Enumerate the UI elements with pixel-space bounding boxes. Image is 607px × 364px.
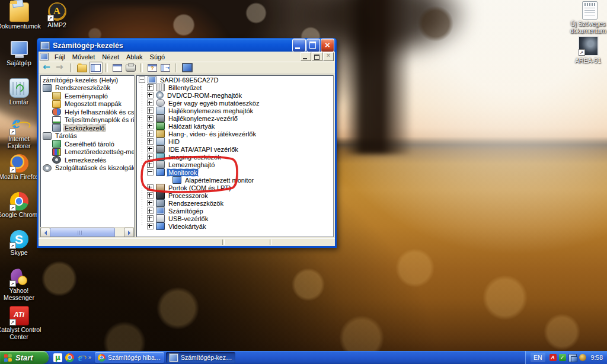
ati-tray-icon[interactable] (550, 354, 557, 361)
expand-toggle[interactable] (147, 223, 154, 229)
console-tree-item[interactable]: Szolgáltatások és kiszolgálói alkalmazás… (40, 164, 134, 173)
desktop-icon[interactable]: ↗ Skype (1, 230, 37, 268)
device-tree-item[interactable]: Monitorok (136, 168, 333, 176)
toolbar-button[interactable] (180, 62, 194, 74)
title-bar[interactable]: Számítógép-kezelés (37, 38, 337, 52)
device-tree-item[interactable]: Számítógép (136, 207, 333, 215)
toolbar-button[interactable] (111, 62, 124, 74)
console-tree-item[interactable]: zámítógép-kezelés (Helyi) (40, 76, 134, 84)
expand-toggle[interactable] (147, 207, 154, 214)
toolbar-button[interactable] (89, 62, 103, 74)
expand-toggle[interactable] (147, 138, 154, 145)
mdi-restore-button[interactable] (312, 52, 322, 61)
mdi-minimize-button[interactable] (301, 52, 311, 61)
horizontal-scrollbar[interactable] (40, 227, 134, 237)
expand-toggle[interactable] (147, 200, 154, 206)
device-tree-item[interactable]: Videokártyák (136, 222, 333, 230)
console-tree-item[interactable]: Tárolás (40, 132, 134, 141)
toolbar-button[interactable] (41, 62, 54, 74)
desktop-icon[interactable]: ↗ Internet Explorer (1, 116, 37, 154)
antivirus-check-icon[interactable] (559, 354, 566, 361)
scroll-right-button[interactable] (124, 228, 134, 237)
console-tree-item[interactable]: Lemezkezelés (40, 156, 134, 164)
quick-launch-overflow-chevron[interactable]: » (88, 355, 91, 360)
desktop-icon[interactable]: ↗ Dokumentumok (1, 2, 37, 40)
expand-toggle[interactable] (147, 146, 154, 152)
device-tree-item[interactable]: Alapértelmezett monitor (136, 176, 333, 184)
taskbar-window-button[interactable]: Számítógép hiba, de ... (95, 352, 164, 363)
expand-toggle[interactable] (147, 100, 154, 106)
network-tray-icon[interactable] (568, 354, 577, 362)
desktop-icon[interactable]: ↗ AIMP2 (39, 2, 75, 40)
desktop-icon[interactable]: ↗ Mozilla Firefox (1, 154, 37, 192)
console-tree-item[interactable]: Eseménynapló (40, 92, 134, 100)
internet-explorer-icon[interactable] (77, 353, 86, 362)
toolbar-button[interactable] (54, 62, 67, 74)
expand-toggle[interactable] (147, 115, 154, 122)
device-tree-item[interactable]: Hajlékonylemezes meghajtók (136, 107, 333, 114)
desktop-icon[interactable]: ↗ Sajátgép (1, 40, 37, 78)
device-tree-item[interactable]: Hálózati kártyák (136, 122, 333, 130)
console-tree-item[interactable]: Megosztott mappák (40, 100, 134, 108)
desktop-icon[interactable]: ↗ Yahoo! Messenger (1, 268, 37, 306)
language-indicator[interactable]: EN (531, 353, 545, 362)
device-tree-item[interactable]: Lemezmeghajtó (136, 161, 333, 168)
console-tree-item[interactable]: Teljesítménynaplók és riasztások (40, 116, 134, 124)
toolbar-button[interactable] (172, 62, 180, 74)
expand-toggle[interactable] (147, 123, 154, 129)
expand-toggle[interactable] (147, 107, 154, 114)
toolbar-button[interactable] (103, 62, 111, 74)
expand-toggle[interactable] (147, 84, 154, 91)
expand-toggle[interactable] (147, 192, 154, 199)
menu-item[interactable]: Súgó (146, 53, 169, 61)
expand-toggle[interactable] (147, 154, 154, 160)
toolbar-button[interactable] (67, 62, 75, 74)
device-tree-item[interactable]: Processzorok (136, 191, 333, 199)
desktop-icon[interactable]: ↗ Google Chrome (1, 192, 37, 230)
volume-tray-icon[interactable] (579, 354, 586, 361)
device-tree-item[interactable]: USB-vezérlők (136, 215, 333, 222)
desktop-icon[interactable]: ↗ Catalyst Control Center (1, 306, 37, 344)
device-tree-item[interactable]: Imaging-eszközök (136, 153, 333, 161)
expand-toggle[interactable] (147, 184, 154, 191)
device-tree-item[interactable]: HID (136, 138, 333, 145)
console-tree-item[interactable]: Helyi felhasználók és csoportok (40, 108, 134, 116)
expand-toggle[interactable] (147, 161, 154, 168)
menu-item[interactable]: Ablak (123, 53, 146, 61)
console-tree-item[interactable]: Rendszereszközök (40, 84, 134, 92)
expand-toggle[interactable] (147, 215, 154, 222)
console-tree-item[interactable]: Lemeztöredezettség-mentesítő (40, 148, 134, 157)
device-tree-item[interactable]: Billentyűzet (136, 84, 333, 91)
menu-item[interactable]: Fájl (51, 53, 69, 61)
expand-toggle[interactable] (139, 76, 145, 83)
maximize-button[interactable] (306, 39, 320, 52)
device-tree-item[interactable]: SARDI-69E5CA27D (136, 76, 333, 84)
menu-item[interactable]: Nézet (98, 53, 123, 61)
toolbar-button[interactable] (75, 62, 89, 74)
minimize-button[interactable] (292, 39, 306, 52)
toolbar-button[interactable] (159, 62, 172, 74)
device-tree-item[interactable]: IDE ATA/ATAPI vezérlők (136, 145, 333, 153)
toolbar-button[interactable] (146, 62, 159, 74)
expand-toggle[interactable] (147, 130, 154, 137)
device-tree-item[interactable]: Rendszereszközök (136, 199, 333, 207)
toolbar-button[interactable] (124, 62, 138, 74)
toolbar-button[interactable] (138, 62, 146, 74)
scroll-left-button[interactable] (40, 228, 50, 237)
expand-toggle[interactable] (147, 169, 154, 175)
taskbar-window-button[interactable]: Számítógép-kezelés (166, 352, 235, 363)
device-tree-item[interactable]: Egér vagy egyéb mutatóeszköz (136, 99, 333, 107)
device-tree-item[interactable]: Hang-, video- és játékvezérlők (136, 130, 333, 138)
expand-toggle[interactable] (147, 92, 154, 98)
desktop-icon[interactable]: ↗ AREA-51 (568, 36, 607, 70)
desktop-icon[interactable]: ↗ Új Szöveges dokumentum (568, 1, 607, 36)
device-tree-item[interactable]: Portok (COM és LPT) (136, 184, 333, 191)
utorrent-icon[interactable] (53, 353, 62, 362)
console-tree-item[interactable]: Cserélhető tároló (40, 140, 134, 148)
menu-item[interactable]: Művelet (69, 53, 99, 61)
device-tree-item[interactable]: DVD/CD-ROM-meghajtók (136, 91, 333, 99)
desktop-icon[interactable]: ↗ Lomtár (1, 78, 37, 116)
console-tree-item[interactable]: Eszközkezelő (40, 124, 134, 132)
close-button[interactable] (321, 39, 334, 52)
chrome-icon[interactable] (65, 353, 74, 362)
